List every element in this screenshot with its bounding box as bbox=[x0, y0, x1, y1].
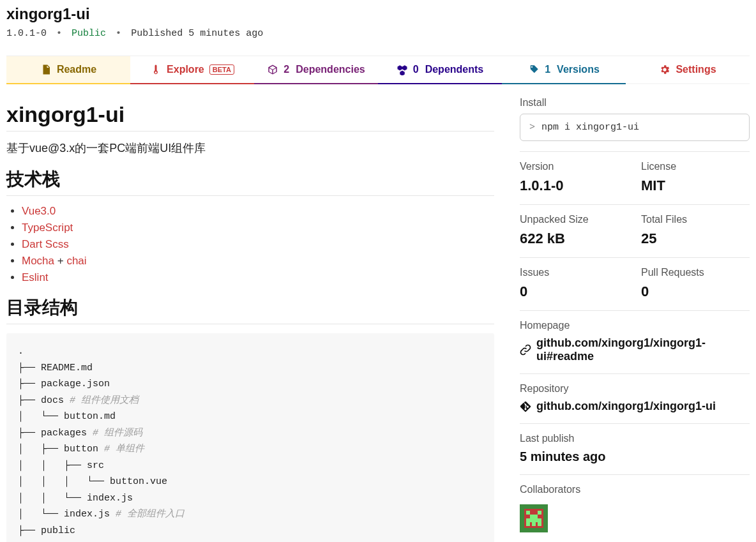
package-meta: 1.0.1-0 • Public • Published 5 minutes a… bbox=[6, 28, 750, 39]
tab-explore[interactable]: Explore BETA bbox=[130, 56, 254, 84]
tech-link[interactable]: Vue3.0 bbox=[22, 205, 56, 217]
tab-label: Explore bbox=[167, 64, 204, 75]
tags-icon bbox=[528, 64, 540, 75]
tab-settings[interactable]: Settings bbox=[626, 56, 750, 84]
tabs-row: Readme Explore BETA 2 Dependencies 0 Dep… bbox=[6, 56, 750, 84]
list-item: Mocha + chai bbox=[22, 255, 494, 267]
tab-dependencies[interactable]: 2 Dependencies bbox=[254, 56, 378, 84]
readme-content: xingorg1-ui 基于vue@3.x的一套PC端前端UI组件库 技术栈 V… bbox=[6, 97, 494, 542]
unpacked-size-label: Unpacked Size bbox=[520, 214, 628, 225]
tab-label: Readme bbox=[57, 64, 96, 75]
meta-separator: • bbox=[116, 28, 121, 39]
repository-label: Repository bbox=[520, 383, 750, 395]
tab-label: Versions bbox=[557, 64, 600, 75]
pull-requests-label: Pull Requests bbox=[641, 267, 750, 278]
version-label: Version bbox=[520, 161, 628, 172]
meta-separator: • bbox=[56, 28, 62, 39]
total-files-label: Total Files bbox=[641, 214, 750, 225]
install-label: Install bbox=[520, 97, 750, 109]
beta-badge: BETA bbox=[209, 64, 234, 75]
cube-icon bbox=[267, 64, 278, 75]
version-value: 1.0.1-0 bbox=[520, 177, 628, 194]
package-visibility: Public bbox=[72, 28, 106, 39]
last-publish-label: Last publish bbox=[520, 433, 750, 444]
tech-link[interactable]: Dart Scss bbox=[22, 238, 69, 250]
tab-dependents[interactable]: 0 Dependents bbox=[378, 56, 502, 84]
list-item: Vue3.0 bbox=[22, 205, 494, 218]
dir-structure-heading: 目录结构 bbox=[6, 296, 494, 320]
total-files-value: 25 bbox=[641, 230, 750, 247]
svg-rect-6 bbox=[532, 522, 536, 526]
svg-rect-4 bbox=[526, 518, 541, 522]
readme-h1: xingorg1-ui bbox=[6, 102, 494, 127]
plus-text: + bbox=[54, 255, 66, 267]
pull-requests-value[interactable]: 0 bbox=[641, 283, 750, 300]
tech-link[interactable]: TypeScript bbox=[22, 222, 73, 234]
install-command: npm i xingorg1-ui bbox=[541, 122, 639, 133]
link-icon bbox=[520, 344, 531, 356]
file-icon bbox=[40, 64, 52, 75]
tech-link[interactable]: chai bbox=[66, 255, 86, 267]
last-publish-value: 5 minutes ago bbox=[520, 449, 750, 464]
svg-rect-2 bbox=[538, 511, 541, 515]
repository-link[interactable]: github.com/xingorg1/xingorg1-ui bbox=[520, 400, 750, 413]
package-title: xingorg1-ui bbox=[6, 5, 750, 23]
homepage-label: Homepage bbox=[520, 320, 750, 331]
issues-value[interactable]: 0 bbox=[520, 283, 628, 300]
divider bbox=[6, 195, 494, 196]
readme-description: 基于vue@3.x的一套PC端前端UI组件库 bbox=[6, 140, 494, 156]
svg-rect-1 bbox=[526, 511, 530, 515]
divider bbox=[6, 324, 494, 324]
package-version: 1.0.1-0 bbox=[6, 28, 47, 39]
list-item: Eslint bbox=[22, 271, 494, 284]
tech-link[interactable]: Mocha bbox=[22, 255, 54, 267]
cubes-icon bbox=[397, 64, 408, 75]
list-item: Dart Scss bbox=[22, 238, 494, 251]
sidebar: Install > npm i xingorg1-ui Version 1.0.… bbox=[520, 97, 750, 542]
issues-label: Issues bbox=[520, 267, 628, 278]
tech-stack-heading: 技术栈 bbox=[6, 167, 494, 192]
svg-rect-3 bbox=[530, 515, 538, 518]
homepage-text: github.com/xingorg1/xingorg1-ui#readme bbox=[536, 336, 750, 363]
repository-text: github.com/xingorg1/xingorg1-ui bbox=[536, 400, 716, 413]
license-label: License bbox=[641, 161, 750, 172]
collaborator-avatar[interactable] bbox=[520, 504, 548, 532]
divider bbox=[6, 131, 494, 132]
list-item: TypeScript bbox=[22, 222, 494, 234]
svg-rect-5 bbox=[526, 522, 530, 526]
tab-count: 1 bbox=[545, 64, 550, 75]
tab-versions[interactable]: 1 Versions bbox=[502, 56, 626, 84]
tab-label: Dependents bbox=[425, 64, 484, 75]
gear-icon bbox=[659, 64, 670, 75]
svg-rect-7 bbox=[538, 522, 541, 526]
directory-tree: . ├── README.md ├── package.json ├── doc… bbox=[6, 333, 494, 542]
tab-count: 0 bbox=[413, 64, 419, 75]
collaborators-label: Collaborators bbox=[520, 484, 750, 495]
tab-label: Settings bbox=[676, 64, 716, 75]
tab-count: 2 bbox=[284, 64, 289, 75]
package-published: Published 5 minutes ago bbox=[131, 28, 263, 39]
unpacked-size-value: 622 kB bbox=[520, 230, 628, 247]
homepage-link[interactable]: github.com/xingorg1/xingorg1-ui#readme bbox=[520, 336, 750, 363]
git-icon bbox=[520, 401, 531, 412]
tab-readme[interactable]: Readme bbox=[6, 56, 130, 84]
install-command-box[interactable]: > npm i xingorg1-ui bbox=[520, 114, 750, 141]
license-value: MIT bbox=[641, 177, 750, 194]
thermometer-icon bbox=[150, 64, 162, 75]
tech-link[interactable]: Eslint bbox=[22, 271, 49, 283]
install-prompt: > bbox=[529, 122, 535, 133]
tab-label: Dependencies bbox=[296, 64, 365, 75]
tech-stack-list: Vue3.0 TypeScript Dart Scss Mocha + chai… bbox=[6, 205, 494, 284]
